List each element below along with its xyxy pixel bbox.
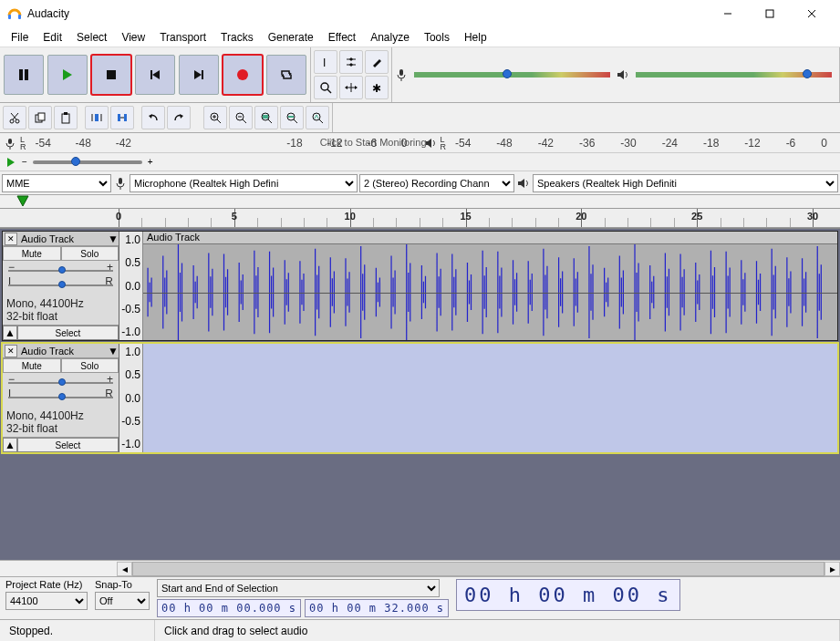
svg-line-54 (268, 119, 272, 123)
track-menu-dropdown[interactable]: ▼ (108, 345, 119, 357)
track-control-panel: ✕ Audio Track ▼ Mute Solo −+ LR Mono, 44… (3, 344, 119, 452)
project-rate-select[interactable]: 44100 (5, 592, 88, 610)
snap-to-select[interactable]: Off (95, 592, 150, 610)
speaker-icon (616, 67, 630, 82)
project-rate-label: Project Rate (Hz) (5, 579, 88, 590)
zoom-out-button[interactable] (229, 106, 253, 129)
pan-slider[interactable]: LR (8, 391, 113, 404)
scroll-right-arrow[interactable]: ▸ (824, 562, 840, 576)
play-at-speed-button[interactable] (5, 157, 16, 168)
record-button[interactable] (223, 55, 263, 95)
svg-rect-55 (263, 115, 268, 119)
audio-host-select[interactable]: MME (2, 174, 111, 192)
menu-select[interactable]: Select (69, 29, 114, 46)
zoom-toggle-button[interactable] (306, 106, 329, 129)
trim-button[interactable] (85, 106, 109, 129)
paste-button[interactable] (54, 106, 78, 129)
recording-channels-select[interactable]: 2 (Stereo) Recording Chann (359, 174, 514, 192)
solo-button[interactable]: Solo (61, 246, 119, 261)
timeshift-tool[interactable] (339, 76, 363, 99)
svg-rect-0 (8, 15, 11, 19)
track-select-button[interactable]: Select (17, 326, 119, 340)
svg-rect-27 (399, 69, 403, 76)
track-name[interactable]: Audio Track (19, 346, 108, 357)
svg-rect-6 (19, 69, 23, 80)
menu-effect[interactable]: Effect (321, 29, 363, 46)
selection-end-readout[interactable]: 00 h 00 m 32.000 s (305, 599, 449, 617)
menu-edit[interactable]: Edit (36, 29, 69, 46)
skip-start-button[interactable] (135, 55, 175, 95)
redo-button[interactable] (167, 106, 191, 129)
solo-button[interactable]: Solo (61, 358, 119, 373)
svg-rect-61 (8, 139, 12, 144)
menu-file[interactable]: File (4, 29, 36, 46)
pan-slider[interactable]: LR (8, 279, 113, 292)
svg-line-21 (327, 89, 331, 93)
svg-line-57 (294, 119, 297, 123)
collapse-button[interactable]: ▲ (3, 438, 17, 452)
undo-button[interactable] (141, 106, 165, 129)
horizontal-scrollbar[interactable]: ◂ ▸ (0, 560, 840, 576)
svg-line-60 (319, 119, 323, 123)
play-button[interactable] (47, 55, 88, 95)
svg-rect-7 (25, 69, 28, 80)
svg-rect-1 (18, 15, 21, 19)
menu-tracks[interactable]: Tracks (213, 29, 261, 46)
waveform-display[interactable]: Audio Track (143, 232, 837, 340)
menu-view[interactable]: View (114, 29, 152, 46)
playback-meter[interactable] (636, 72, 832, 78)
play-speed-slider[interactable] (33, 160, 142, 164)
recording-device-select[interactable]: Microphone (Realtek High Defini (130, 174, 358, 192)
playhead-marker[interactable] (16, 195, 29, 208)
envelope-tool[interactable] (339, 50, 363, 74)
stop-button[interactable] (91, 55, 131, 95)
draw-tool[interactable] (365, 50, 389, 74)
recording-meter-row[interactable]: LR -54 -48 -42 Click to Start Monitoring… (0, 133, 840, 153)
skip-end-button[interactable] (179, 55, 219, 95)
zoom-tool[interactable] (314, 76, 337, 99)
pause-button[interactable] (4, 55, 44, 95)
selection-mode-select[interactable]: Start and End of Selection (157, 579, 440, 597)
menu-transport[interactable]: Transport (152, 29, 213, 46)
scroll-left-arrow[interactable]: ◂ (117, 562, 132, 576)
svg-marker-68 (17, 196, 28, 206)
copy-button[interactable] (28, 106, 52, 129)
svg-marker-24 (345, 86, 347, 89)
track-close-button[interactable]: ✕ (5, 233, 17, 245)
audio-position-readout[interactable]: 00 h 00 m 00 s (456, 579, 679, 611)
menu-help[interactable]: Help (457, 29, 494, 46)
close-button[interactable] (791, 0, 833, 27)
edit-toolbar (0, 103, 333, 132)
record-meter[interactable] (414, 72, 610, 78)
mute-button[interactable]: Mute (3, 358, 61, 373)
status-hint: Click and drag to select audio (155, 620, 840, 641)
menu-generate[interactable]: Generate (261, 29, 321, 46)
zoom-in-button[interactable] (203, 106, 227, 129)
play-at-speed-row: − + (0, 153, 840, 171)
playback-device-select[interactable]: Speakers (Realtek High Definiti (533, 174, 838, 192)
track-select-button[interactable]: Select (17, 438, 119, 452)
track-name[interactable]: Audio Track (19, 233, 108, 244)
svg-marker-63 (426, 139, 431, 148)
minimize-button[interactable] (707, 0, 749, 27)
selection-start-readout[interactable]: 00 h 00 m 00.000 s (157, 599, 301, 617)
fit-selection-button[interactable] (254, 106, 278, 129)
menu-analyze[interactable]: Analyze (363, 29, 417, 46)
multi-tool[interactable]: ✱ (365, 76, 389, 99)
track-close-button[interactable]: ✕ (5, 345, 17, 357)
time-ruler[interactable]: 051015202530 (0, 208, 840, 228)
silence-button[interactable] (110, 106, 134, 129)
mute-button[interactable]: Mute (3, 246, 61, 261)
svg-line-47 (217, 119, 221, 123)
collapse-button[interactable]: ▲ (3, 326, 17, 340)
fit-project-button[interactable] (280, 106, 304, 129)
track-menu-dropdown[interactable]: ▼ (108, 233, 119, 245)
cut-button[interactable] (3, 106, 26, 129)
clip-title[interactable]: Audio Track (143, 232, 837, 244)
maximize-button[interactable] (749, 0, 791, 27)
menu-tools[interactable]: Tools (417, 29, 457, 46)
track-1: ✕ Audio Track ▼ Mute Solo −+ LR Mono, 44… (2, 231, 838, 341)
waveform-display[interactable] (143, 344, 837, 452)
loop-button[interactable] (266, 55, 306, 95)
selection-tool[interactable]: I (314, 50, 337, 74)
